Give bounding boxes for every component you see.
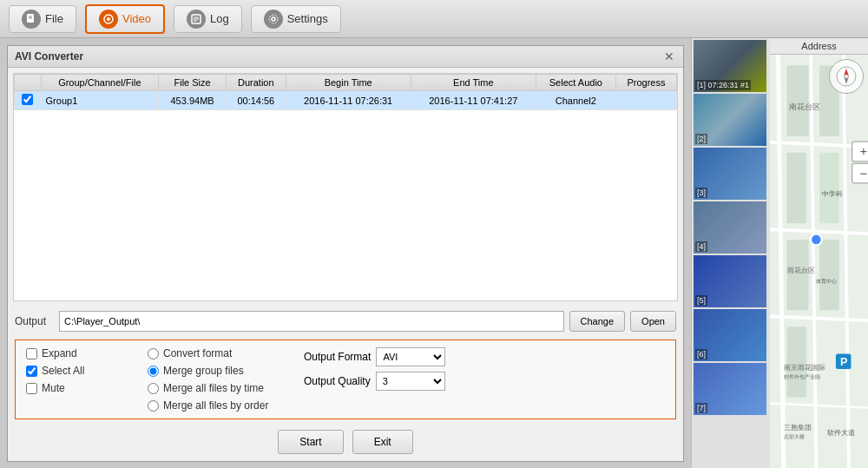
col-filesize: File Size bbox=[159, 75, 227, 91]
row-duration: 00:14:56 bbox=[227, 91, 286, 110]
row-audio: Channel2 bbox=[536, 91, 615, 110]
svg-point-4 bbox=[107, 17, 110, 21]
dialog-area: AVI Converter ✕ Group/Channel/File File … bbox=[0, 38, 691, 468]
thumb-label-6: [6] bbox=[695, 349, 707, 359]
svg-rect-22 bbox=[819, 153, 839, 223]
svg-point-45 bbox=[845, 75, 848, 78]
dialog-close-button[interactable]: ✕ bbox=[662, 49, 676, 63]
settings-label: Settings bbox=[287, 12, 328, 25]
svg-rect-19 bbox=[787, 66, 809, 136]
col-begintime: Begin Time bbox=[286, 75, 411, 91]
svg-text:南花台区: 南花台区 bbox=[789, 102, 820, 111]
map-compass[interactable] bbox=[829, 59, 864, 94]
merge-time-radio[interactable] bbox=[148, 383, 159, 394]
col-group: Group/Channel/File bbox=[41, 75, 159, 91]
svg-rect-24 bbox=[819, 240, 839, 310]
row-begintime: 2016-11-11 07:26:31 bbox=[286, 91, 411, 110]
merge-group-radio[interactable] bbox=[148, 366, 159, 377]
thumb-label-7: [7] bbox=[695, 403, 707, 413]
change-button[interactable]: Change bbox=[569, 311, 626, 332]
select-all-option[interactable]: Select All bbox=[26, 365, 130, 377]
output-path-input[interactable] bbox=[59, 311, 564, 332]
svg-text:软件大道: 软件大道 bbox=[827, 429, 855, 437]
svg-text:总部大楼: 总部大楼 bbox=[783, 433, 805, 439]
quality-select[interactable]: 1 2 3 4 5 bbox=[376, 372, 445, 391]
mute-checkbox[interactable] bbox=[26, 383, 37, 394]
expand-label: Expand bbox=[42, 347, 77, 359]
map-area[interactable]: 南花台区 中学科 雨花台区 体育中心 南京雨花国际 软件外包产业园 + − bbox=[770, 55, 868, 468]
file-table: Group/Channel/File File Size Duration Be… bbox=[14, 74, 677, 110]
address-label: Address bbox=[801, 41, 836, 51]
col-check bbox=[15, 75, 42, 91]
thumbnail-3[interactable]: [3] bbox=[694, 148, 766, 200]
svg-text:中学科: 中学科 bbox=[822, 190, 843, 198]
format-select[interactable]: AVI MP4 MOV bbox=[376, 347, 445, 366]
format-col: Output Format AVI MP4 MOV Output Quality… bbox=[304, 347, 477, 412]
output-row: Output Change Open bbox=[8, 307, 683, 336]
video-label: Video bbox=[122, 12, 151, 25]
settings-button[interactable]: Settings bbox=[251, 5, 341, 33]
svg-text:软件外包产业园: 软件外包产业园 bbox=[784, 373, 820, 379]
col-progress: Progress bbox=[615, 75, 676, 91]
thumbnail-5[interactable]: [5] bbox=[694, 255, 766, 307]
svg-text:三胞集团: 三胞集团 bbox=[784, 424, 812, 432]
merge-order-label: Merge all files by order bbox=[163, 399, 268, 412]
options-panel: Expand Select All Mute Convert bbox=[15, 339, 676, 419]
select-all-checkbox[interactable] bbox=[26, 366, 37, 377]
video-icon bbox=[99, 10, 118, 29]
mute-option[interactable]: Mute bbox=[26, 382, 130, 394]
svg-point-9 bbox=[272, 17, 275, 21]
col-audio: Select Audio bbox=[536, 75, 615, 91]
settings-icon bbox=[264, 10, 283, 29]
log-icon bbox=[187, 10, 206, 29]
map-svg: 南花台区 中学科 雨花台区 体育中心 南京雨花国际 软件外包产业园 + − bbox=[770, 55, 868, 468]
merge-order-radio[interactable] bbox=[148, 400, 159, 412]
toolbar: File Video Log Settings bbox=[0, 0, 868, 38]
svg-text:P: P bbox=[840, 356, 847, 368]
merge-group-option[interactable]: Merge group files bbox=[148, 365, 286, 377]
start-button[interactable]: Start bbox=[278, 430, 343, 454]
exit-button[interactable]: Exit bbox=[352, 430, 413, 454]
thumb-label-1: [1] 07:26:31 #1 bbox=[695, 80, 751, 90]
svg-point-32 bbox=[811, 234, 822, 246]
merge-time-label: Merge all files by time bbox=[163, 382, 264, 394]
thumbnail-7[interactable]: [7] bbox=[694, 363, 766, 415]
row-name: Group1 bbox=[41, 91, 159, 110]
row-checkbox[interactable] bbox=[22, 94, 33, 105]
svg-text:雨花台区: 雨花台区 bbox=[787, 267, 815, 274]
log-label: Log bbox=[210, 12, 229, 25]
video-button[interactable]: Video bbox=[85, 4, 165, 34]
expand-option[interactable]: Expand bbox=[26, 347, 130, 359]
format-row: Output Format AVI MP4 MOV bbox=[304, 347, 477, 366]
thumbnail-2[interactable]: [2] bbox=[694, 94, 766, 146]
mute-label: Mute bbox=[42, 382, 65, 394]
merge-time-option[interactable]: Merge all files by time bbox=[148, 382, 286, 394]
thumbnail-4[interactable]: [4] bbox=[694, 201, 766, 254]
thumbnail-6[interactable]: [6] bbox=[694, 309, 766, 361]
merge-order-option[interactable]: Merge all files by order bbox=[148, 399, 286, 412]
svg-text:+: + bbox=[859, 143, 867, 158]
convert-format-option[interactable]: Convert format bbox=[148, 347, 286, 359]
open-button[interactable]: Open bbox=[630, 311, 676, 332]
thumb-label-5: [5] bbox=[695, 295, 707, 306]
avi-converter-dialog: AVI Converter ✕ Group/Channel/File File … bbox=[7, 45, 684, 462]
row-check[interactable] bbox=[15, 91, 42, 110]
thumb-label-2: [2] bbox=[695, 134, 707, 144]
radios-col: Convert format Merge group files Merge a… bbox=[148, 347, 286, 412]
select-all-label: Select All bbox=[42, 365, 84, 377]
table-row[interactable]: Group1 453.94MB 00:14:56 2016-11-11 07:2… bbox=[15, 91, 677, 110]
output-label: Output bbox=[15, 315, 54, 327]
file-button[interactable]: File bbox=[9, 5, 76, 33]
file-icon bbox=[22, 10, 41, 29]
thumbnails-list: [1] 07:26:31 #1 [2] [3] [4] [5] [6] bbox=[692, 38, 770, 468]
expand-checkbox[interactable] bbox=[26, 348, 37, 359]
thumbnail-1[interactable]: [1] 07:26:31 #1 bbox=[694, 40, 766, 92]
quality-row: Output Quality 1 2 3 4 5 bbox=[304, 372, 477, 391]
file-label: File bbox=[45, 12, 63, 25]
svg-rect-21 bbox=[787, 153, 807, 223]
log-button[interactable]: Log bbox=[174, 5, 242, 33]
svg-text:南京雨花国际: 南京雨花国际 bbox=[784, 364, 825, 372]
main-area: AVI Converter ✕ Group/Channel/File File … bbox=[0, 38, 868, 468]
convert-format-radio[interactable] bbox=[148, 348, 159, 359]
col-endtime: End Time bbox=[411, 75, 536, 91]
